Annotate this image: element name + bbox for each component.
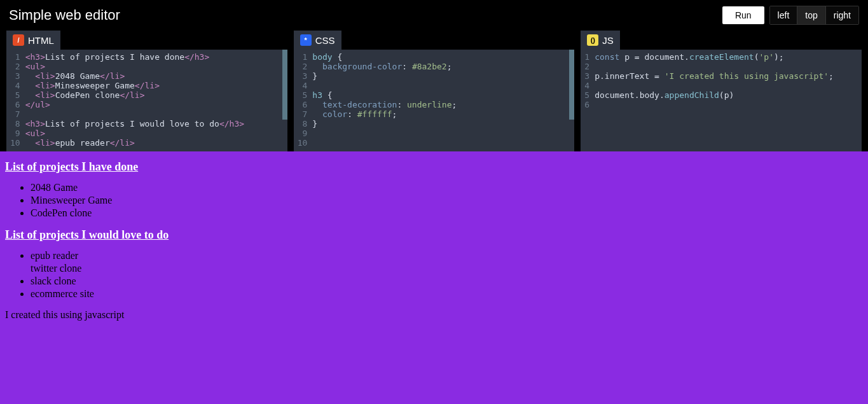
layout-right-button[interactable]: right [826, 6, 858, 24]
run-button[interactable]: Run [722, 6, 764, 24]
list-item: slack clone [31, 275, 863, 288]
css-tab[interactable]: * CSS [294, 31, 341, 50]
output-heading-1: List of projects I have done [5, 160, 863, 174]
js-panel: () JS 123456 const p = document.createEl… [581, 31, 862, 151]
js-icon: () [587, 34, 598, 46]
html-gutter: 12345678910 [6, 50, 25, 151]
output-list-2: epub readertwitter cloneslack cloneecomm… [31, 249, 863, 300]
layout-left-button[interactable]: left [770, 6, 798, 24]
css-scrollbar[interactable] [569, 50, 574, 151]
css-editor[interactable]: 12345678910 body { background-color: #8a… [294, 50, 575, 151]
editor-panels: / HTML 12345678910 <h3>List of projects … [0, 31, 868, 151]
js-gutter: 123456 [581, 50, 595, 151]
html-panel: / HTML 12345678910 <h3>List of projects … [6, 31, 287, 151]
output-preview: List of projects I have done 2048 GameMi… [0, 151, 868, 404]
css-tab-label: CSS [315, 35, 335, 46]
list-item: twitter clone [31, 262, 863, 275]
html-tab[interactable]: / HTML [6, 31, 60, 50]
html-scroll-thumb[interactable] [282, 50, 287, 120]
js-code[interactable]: const p = document.createElement('p');p.… [595, 50, 862, 151]
js-panel-header: () JS [581, 31, 862, 50]
html-code[interactable]: <h3>List of projects I have done</h3><ul… [25, 50, 287, 151]
js-tab[interactable]: () JS [581, 31, 620, 50]
css-panel: * CSS 12345678910 body { background-colo… [294, 31, 575, 151]
css-gutter: 12345678910 [294, 50, 313, 151]
list-item: ecommerce site [31, 288, 863, 300]
html-icon: / [13, 34, 24, 46]
html-editor[interactable]: 12345678910 <h3>List of projects I have … [6, 50, 287, 151]
list-item: epub reader [31, 249, 863, 262]
output-heading-2: List of projects I would love to do [5, 228, 863, 242]
css-panel-header: * CSS [294, 31, 575, 50]
css-code[interactable]: body { background-color: #8a2be2;}h3 { t… [312, 50, 574, 151]
list-item: Minesweeper Game [31, 194, 863, 207]
js-editor[interactable]: 123456 const p = document.createElement(… [581, 50, 862, 151]
layout-top-button[interactable]: top [797, 6, 825, 24]
output-js-paragraph: I created this using javascript [5, 309, 863, 321]
html-tab-label: HTML [28, 35, 54, 46]
list-item: 2048 Game [31, 181, 863, 194]
css-scroll-thumb[interactable] [569, 50, 574, 120]
html-panel-header: / HTML [6, 31, 287, 50]
list-item: CodePen clone [31, 207, 863, 219]
toolbar: Run left top right [722, 6, 859, 25]
page-title: Simple web editor [9, 7, 120, 24]
html-scrollbar[interactable] [282, 50, 287, 151]
output-list-1: 2048 GameMinesweeper GameCodePen clone [31, 181, 863, 219]
css-icon: * [300, 34, 312, 46]
js-tab-label: JS [602, 35, 614, 46]
header: Simple web editor Run left top right [0, 0, 868, 31]
layout-switcher: left top right [769, 6, 859, 25]
